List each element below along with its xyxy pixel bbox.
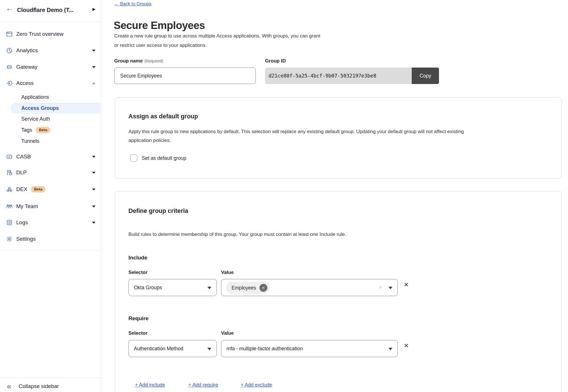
collapse-chevrons-icon: « bbox=[7, 382, 11, 390]
sidebar-item-label: Zero Trust overview bbox=[16, 31, 64, 37]
sidebar-section-divider bbox=[0, 250, 101, 251]
sidebar-item-zero-trust-overview[interactable]: Zero Trust overview bbox=[0, 29, 101, 39]
sidebar-item-logs[interactable]: Logs bbox=[0, 217, 101, 228]
group-id-value: d21ce80f-5a25-4bcf-9b07-5032197e3be8 bbox=[269, 73, 376, 79]
require-value-value: mfa - multiple-factor authentication bbox=[221, 346, 303, 352]
copy-button[interactable]: Copy bbox=[412, 68, 439, 84]
zero-trust-dashboard: ← Cloudflare Demo (T... ▶ Zero Trust ove… bbox=[0, 0, 568, 392]
remove-require-rule-icon[interactable]: ✕ bbox=[404, 343, 409, 349]
include-value-combobox[interactable]: Employees × × bbox=[221, 279, 398, 296]
sidebar-item-my-team[interactable]: My Team bbox=[0, 201, 101, 211]
sidebar-item-tunnels[interactable]: Tunnels bbox=[0, 136, 101, 146]
chevron-up-icon bbox=[92, 82, 95, 84]
account-title: Cloudflare Demo (T... bbox=[17, 7, 74, 13]
account-expand-caret-icon[interactable]: ▶ bbox=[92, 7, 95, 11]
remove-include-rule-icon[interactable]: ✕ bbox=[404, 282, 409, 288]
access-icon bbox=[6, 79, 13, 87]
gear-icon bbox=[6, 235, 13, 243]
assign-default-description-line1: Apply this rule group to new application… bbox=[128, 127, 464, 136]
sidebar-item-label: DLP bbox=[16, 169, 27, 176]
sidebar-item-settings[interactable]: Settings bbox=[0, 234, 101, 244]
chevron-down-icon bbox=[92, 172, 95, 174]
sidebar-item-label: Logs bbox=[16, 219, 28, 226]
set-default-group-checkbox[interactable] bbox=[130, 154, 137, 162]
page-description-line2: or restrict user access to your applicat… bbox=[114, 41, 320, 50]
dlp-icon bbox=[6, 169, 13, 176]
collapse-sidebar-label: Collapse sidebar bbox=[19, 383, 59, 389]
sidebar-item-label: My Team bbox=[16, 203, 38, 209]
pie-chart-icon bbox=[6, 47, 13, 54]
include-value-label: Value bbox=[221, 270, 234, 275]
criteria-title: Define group criteria bbox=[128, 207, 188, 215]
chevron-down-icon bbox=[92, 206, 95, 207]
chevron-down-icon bbox=[388, 348, 392, 350]
assign-default-group-title: Assign as default group bbox=[128, 113, 198, 120]
page-title: Secure Employees bbox=[114, 20, 205, 32]
sidebar-item-applications[interactable]: Applications bbox=[0, 92, 101, 102]
sidebar-item-label: Applications bbox=[21, 94, 49, 100]
sidebar-item-label: CASB bbox=[16, 154, 31, 160]
beta-badge: Beta bbox=[31, 186, 45, 192]
sidebar-item-access[interactable]: Access bbox=[0, 78, 101, 88]
group-name-label-row: Group name(Required) bbox=[114, 58, 163, 64]
include-heading: Include bbox=[128, 255, 147, 261]
chevron-down-icon bbox=[92, 50, 95, 52]
sidebar-item-gateway[interactable]: Gateway bbox=[0, 62, 101, 72]
sidebar-item-label: Access bbox=[16, 80, 34, 86]
sidebar-item-access-groups[interactable]: Access Groups bbox=[11, 103, 101, 114]
sidebar-item-label: Tunnels bbox=[21, 138, 39, 144]
sidebar-item-dlp[interactable]: DLP bbox=[0, 167, 101, 178]
assign-default-description-line2: application policies. bbox=[128, 136, 464, 145]
add-exclude-link[interactable]: + Add exclude bbox=[241, 382, 272, 388]
back-link-label: Back to Groups bbox=[120, 1, 151, 6]
require-value-label: Value bbox=[221, 330, 234, 336]
sidebar-item-tags[interactable]: Tags Beta bbox=[0, 125, 101, 135]
group-name-label: Group name bbox=[114, 58, 143, 64]
sidebar-item-casb[interactable]: CASB bbox=[0, 152, 101, 162]
chevron-down-icon bbox=[207, 348, 211, 350]
value-chip: Employees × bbox=[226, 282, 270, 294]
require-selector-value: Authentication Method bbox=[129, 346, 183, 352]
sidebar-item-analytics[interactable]: Analytics bbox=[0, 45, 101, 56]
value-chip-label: Employees bbox=[232, 285, 256, 291]
chevron-down-icon bbox=[92, 66, 95, 68]
beta-badge: Beta bbox=[36, 127, 50, 133]
add-include-link[interactable]: + Add include bbox=[135, 382, 165, 388]
require-selector-dropdown[interactable]: Authentication Method bbox=[128, 340, 217, 357]
group-name-input[interactable] bbox=[114, 68, 256, 84]
required-hint: (Required) bbox=[144, 59, 163, 63]
logs-icon bbox=[6, 219, 13, 226]
require-value-dropdown[interactable]: mfa - multiple-factor authentication bbox=[221, 340, 398, 357]
sidebar-item-label: Service Auth bbox=[21, 116, 50, 122]
gateway-icon bbox=[6, 63, 13, 71]
sidebar-item-label: Analytics bbox=[16, 47, 38, 54]
sidebar-item-label: Tags bbox=[21, 127, 32, 133]
chevron-down-icon bbox=[92, 222, 95, 224]
add-require-link[interactable]: + Add require bbox=[188, 382, 218, 388]
require-heading: Require bbox=[128, 315, 149, 322]
sidebar-item-label: Settings bbox=[16, 236, 36, 242]
chevron-down-icon bbox=[388, 287, 392, 289]
casb-icon bbox=[6, 153, 13, 160]
sidebar-item-service-auth[interactable]: Service Auth bbox=[0, 114, 101, 124]
group-id-box: d21ce80f-5a25-4bcf-9b07-5032197e3be8 bbox=[265, 68, 412, 84]
back-arrow-icon: ← bbox=[114, 1, 119, 6]
back-arrow-icon[interactable]: ← bbox=[6, 5, 13, 12]
chip-remove-icon[interactable]: × bbox=[259, 284, 267, 292]
assign-default-group-description: Apply this rule group to new application… bbox=[128, 127, 464, 145]
group-id-label: Group ID bbox=[265, 58, 286, 64]
sidebar-account-header: ← Cloudflare Demo (T... ▶ bbox=[0, 0, 101, 22]
criteria-description: Build rules to determine membership of t… bbox=[128, 230, 346, 239]
team-icon bbox=[6, 203, 13, 210]
include-selector-dropdown[interactable]: Okta Groups bbox=[128, 279, 217, 296]
chevron-down-icon bbox=[92, 156, 95, 158]
collapse-sidebar-button[interactable]: « Collapse sidebar bbox=[0, 380, 101, 392]
sidebar-item-label: Gateway bbox=[16, 64, 38, 70]
sidebar-item-dex[interactable]: DEX Beta bbox=[0, 184, 101, 194]
page-description-line1: Create a new rule group to use across mu… bbox=[114, 31, 320, 41]
include-selector-label: Selector bbox=[128, 270, 147, 275]
back-to-groups-link[interactable]: ← Back to Groups bbox=[114, 1, 151, 7]
clear-values-icon[interactable]: × bbox=[379, 284, 382, 291]
include-selector-value: Okta Groups bbox=[129, 285, 162, 291]
dex-icon bbox=[6, 186, 13, 193]
